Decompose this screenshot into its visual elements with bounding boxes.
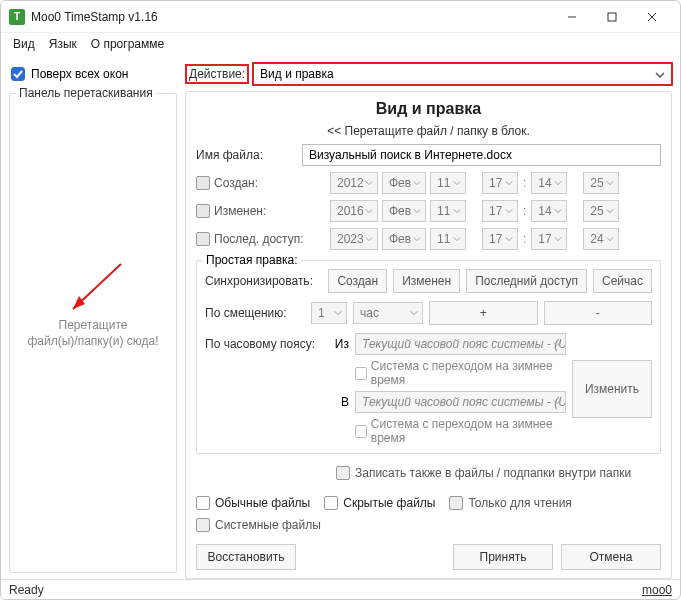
menu-about[interactable]: О программе bbox=[85, 35, 170, 53]
minimize-button[interactable] bbox=[552, 3, 592, 31]
system-checkbox[interactable] bbox=[196, 518, 210, 532]
offset-label: По смещению: bbox=[205, 306, 305, 320]
created-minute[interactable]: 14 bbox=[531, 172, 567, 194]
tz-change-button[interactable]: Изменить bbox=[572, 360, 652, 418]
app-icon: T bbox=[9, 9, 25, 25]
modified-hour[interactable]: 17 bbox=[482, 200, 518, 222]
statusbar: Ready moo0 bbox=[1, 579, 680, 599]
accessed-year[interactable]: 2023 bbox=[330, 228, 378, 250]
modified-sec[interactable]: 25 bbox=[583, 200, 619, 222]
action-label: Действие: bbox=[189, 67, 245, 81]
tz-from-dst-checkbox[interactable] bbox=[355, 367, 367, 380]
created-day[interactable]: 11 bbox=[430, 172, 466, 194]
created-label: Создан: bbox=[214, 176, 326, 190]
created-row: Создан: 2012 Фев 11 17 : 14 25 bbox=[196, 172, 661, 194]
created-year[interactable]: 2012 bbox=[330, 172, 378, 194]
drop-panel-label: Панель перетаскивания bbox=[16, 86, 156, 100]
created-hour[interactable]: 17 bbox=[482, 172, 518, 194]
accessed-day[interactable]: 11 bbox=[430, 228, 466, 250]
maximize-button[interactable] bbox=[592, 3, 632, 31]
drop-panel: Панель перетаскивания Перетащите файл(ы)… bbox=[9, 93, 177, 573]
cancel-button[interactable]: Отмена bbox=[561, 544, 661, 570]
chevron-down-icon bbox=[655, 70, 665, 80]
hidden-label: Скрытые файлы bbox=[343, 496, 435, 510]
action-select-value: Вид и правка bbox=[260, 67, 334, 81]
apply-button[interactable]: Принять bbox=[453, 544, 553, 570]
tz-to-dst-label: Система с переходом на зимнее время bbox=[371, 417, 566, 445]
tz-label: По часовому поясу: bbox=[205, 337, 325, 351]
simple-edit-label: Простая правка: bbox=[203, 253, 301, 267]
offset-num[interactable]: 1 bbox=[311, 302, 347, 324]
readonly-label: Только для чтения bbox=[468, 496, 571, 510]
simple-edit-group: Простая правка: Синхронизировать: Создан… bbox=[196, 260, 661, 454]
subfolders-checkbox[interactable] bbox=[336, 466, 350, 480]
readonly-checkbox[interactable] bbox=[449, 496, 463, 510]
titlebar: T Moo0 TimeStamp v1.16 bbox=[1, 1, 680, 33]
subfolders-label: Записать также в файлы / подпапки внутри… bbox=[355, 466, 631, 480]
hidden-checkbox[interactable] bbox=[324, 496, 338, 510]
close-button[interactable] bbox=[632, 3, 672, 31]
accessed-minute[interactable]: 17 bbox=[531, 228, 567, 250]
sync-accessed-button[interactable]: Последний доступ bbox=[466, 269, 587, 293]
accessed-month[interactable]: Фев bbox=[382, 228, 426, 250]
tz-from-label: Из bbox=[331, 337, 349, 351]
main-title: Вид и правка bbox=[196, 100, 661, 118]
sync-created-button[interactable]: Создан bbox=[328, 269, 387, 293]
menubar: Вид Язык О программе bbox=[1, 33, 680, 57]
created-sec[interactable]: 25 bbox=[583, 172, 619, 194]
svg-rect-1 bbox=[608, 13, 616, 21]
accessed-row: Послед. доступ: 2023 Фев 11 17 : 17 24 bbox=[196, 228, 661, 250]
filename-field[interactable]: Визуальный поиск в Интернете.docx bbox=[302, 144, 661, 166]
filename-label: Имя файла: bbox=[196, 148, 296, 162]
accessed-label: Послед. доступ: bbox=[214, 232, 326, 246]
tz-from-select[interactable]: Текущий часовой пояс системы - (U bbox=[355, 333, 566, 355]
created-month[interactable]: Фев bbox=[382, 172, 426, 194]
accessed-sec[interactable]: 24 bbox=[583, 228, 619, 250]
main-group: Вид и правка << Перетащите файл / папку … bbox=[185, 91, 672, 579]
sync-label: Синхронизировать: bbox=[205, 274, 322, 288]
svg-marker-5 bbox=[73, 296, 85, 309]
brand-link[interactable]: moo0 bbox=[642, 583, 672, 597]
accessed-checkbox[interactable] bbox=[196, 232, 210, 246]
sync-now-button[interactable]: Сейчас bbox=[593, 269, 652, 293]
accessed-hour[interactable]: 17 bbox=[482, 228, 518, 250]
status-text: Ready bbox=[9, 583, 44, 597]
action-select[interactable]: Вид и правка bbox=[253, 63, 672, 85]
offset-minus-button[interactable]: - bbox=[544, 301, 653, 325]
sync-modified-button[interactable]: Изменен bbox=[393, 269, 460, 293]
ordinary-label: Обычные файлы bbox=[215, 496, 310, 510]
modified-month[interactable]: Фев bbox=[382, 200, 426, 222]
always-on-top-checkbox[interactable] bbox=[11, 67, 25, 81]
tz-from-dst-label: Система с переходом на зимнее время bbox=[371, 359, 566, 387]
tz-to-label: В bbox=[331, 395, 349, 409]
restore-button[interactable]: Восстановить bbox=[196, 544, 296, 570]
system-label: Системные файлы bbox=[215, 518, 321, 532]
modified-row: Изменен: 2016 Фев 11 17 : 14 25 bbox=[196, 200, 661, 222]
drop-zone[interactable]: Перетащите файл(ы)/папку(и) сюда! bbox=[16, 104, 170, 562]
always-on-top-label: Поверх всех окон bbox=[31, 67, 128, 81]
window-title: Moo0 TimeStamp v1.16 bbox=[31, 10, 158, 24]
offset-unit[interactable]: час bbox=[353, 302, 423, 324]
created-checkbox[interactable] bbox=[196, 176, 210, 190]
modified-year[interactable]: 2016 bbox=[330, 200, 378, 222]
tz-to-dst-checkbox[interactable] bbox=[355, 425, 367, 438]
modified-day[interactable]: 11 bbox=[430, 200, 466, 222]
arrow-icon bbox=[61, 254, 131, 324]
drop-text-2: файл(ы)/папку(и) сюда! bbox=[27, 334, 158, 348]
modified-label: Изменен: bbox=[214, 204, 326, 218]
modified-minute[interactable]: 14 bbox=[531, 200, 567, 222]
main-hint: << Перетащите файл / папку в блок. bbox=[196, 124, 661, 138]
tz-to-select[interactable]: Текущий часовой пояс системы - (U bbox=[355, 391, 566, 413]
ordinary-checkbox[interactable] bbox=[196, 496, 210, 510]
menu-language[interactable]: Язык bbox=[43, 35, 83, 53]
offset-plus-button[interactable]: + bbox=[429, 301, 538, 325]
menu-view[interactable]: Вид bbox=[7, 35, 41, 53]
modified-checkbox[interactable] bbox=[196, 204, 210, 218]
